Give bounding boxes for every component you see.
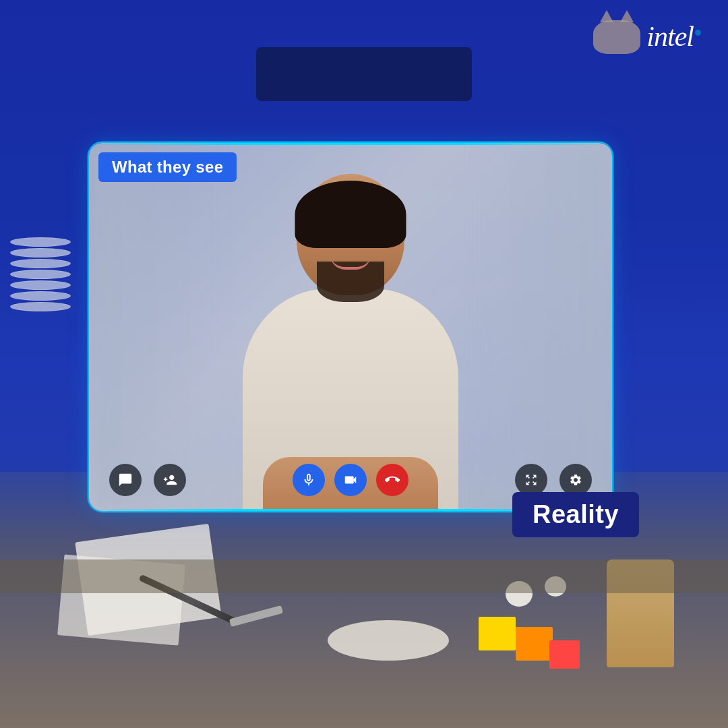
controls-left-group (109, 464, 186, 496)
camera-icon (343, 473, 358, 487)
video-call-frame: What they see (88, 142, 613, 512)
dish (10, 280, 71, 290)
frame-glow-top (89, 143, 612, 145)
cat-ear-left (600, 10, 613, 22)
camera-button[interactable] (334, 464, 367, 496)
microphone-button[interactable] (293, 464, 325, 496)
controls-right-group (515, 464, 592, 496)
end-call-button[interactable] (376, 464, 408, 496)
scissors (229, 605, 283, 627)
dish (10, 291, 71, 301)
expand-button[interactable] (515, 464, 547, 496)
person-head (297, 174, 404, 295)
what-they-see-label: What they see (98, 152, 237, 182)
dishes-stack (7, 236, 74, 313)
dish (10, 248, 71, 257)
expand-icon (524, 473, 538, 487)
sticky-note-red (549, 640, 580, 669)
add-person-button[interactable] (154, 464, 186, 496)
intel-logo-text: intel (646, 21, 694, 52)
settings-button[interactable] (559, 464, 592, 496)
dish (10, 259, 71, 268)
sticky-note-yellow (479, 617, 516, 650)
add-person-icon (162, 473, 177, 487)
range-hood (256, 47, 472, 101)
intel-registered-mark (695, 30, 701, 36)
table-surface (0, 559, 728, 593)
cat-ear-right (620, 10, 634, 22)
reality-label: Reality (512, 492, 639, 537)
end-call-icon (385, 473, 400, 487)
settings-icon (569, 473, 582, 487)
chat-button[interactable] (109, 464, 142, 496)
dish (10, 237, 71, 247)
paper-plate (328, 620, 449, 661)
dish (10, 270, 71, 279)
cat (593, 20, 640, 54)
microphone-icon (301, 473, 316, 487)
sticky-note-orange (516, 627, 553, 661)
chat-icon (118, 473, 133, 487)
person-hair (295, 181, 406, 248)
intel-logo: intel (646, 20, 701, 53)
dish (10, 302, 71, 311)
controls-center-group (293, 464, 408, 496)
